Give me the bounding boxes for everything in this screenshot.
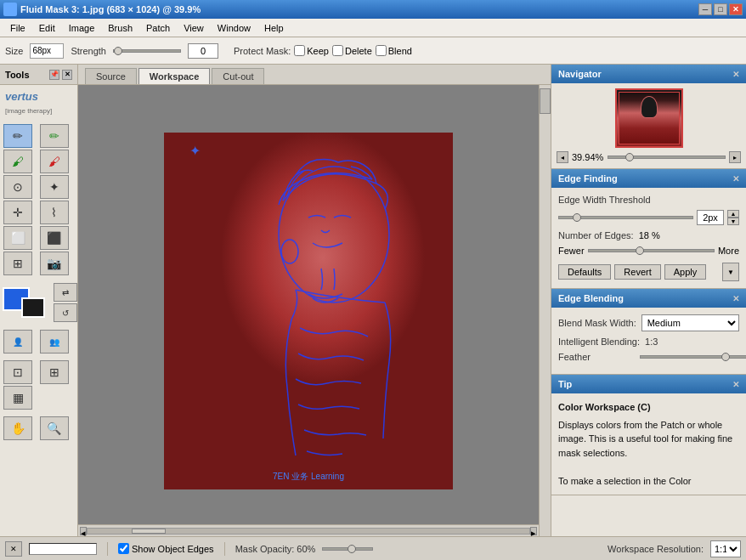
delete-checkbox[interactable] (332, 45, 343, 56)
portrait-tool-button[interactable]: 👤 (3, 330, 32, 354)
feather-slider[interactable] (640, 355, 746, 359)
blend-checkbox[interactable] (376, 45, 387, 56)
menu-image[interactable]: Image (62, 21, 102, 35)
reset-colors-button[interactable]: ↺ (54, 303, 77, 322)
size-input[interactable] (30, 43, 64, 59)
navigator-title: Navigator (558, 69, 602, 79)
show-object-edges-label: Show Object Edges (132, 544, 214, 554)
tip-close-button[interactable]: ✕ (732, 380, 739, 389)
workspace-resolution-select[interactable]: 1:1 1:2 1:4 (710, 540, 741, 557)
magic-wand-tool-button[interactable]: ✦ (40, 175, 69, 199)
threshold-down-button[interactable]: ▼ (727, 218, 739, 225)
tab-workspace[interactable]: Workspace (138, 68, 211, 84)
num-edges-row: Number of Edges: 18 % (558, 230, 739, 240)
red-brush-tool-button[interactable]: 🖌 (40, 150, 69, 173)
canvas-scroll-area[interactable]: 7EN 业务 Learning ✦ ◂ ▸ (78, 85, 551, 536)
menu-patch[interactable]: Patch (139, 21, 177, 35)
pencil-tool-button[interactable]: ✏ (3, 124, 32, 148)
zoom-out-button[interactable]: ◂ (557, 151, 568, 163)
horizontal-scrollbar[interactable]: ◂ ▸ (78, 524, 539, 536)
camera-tool-button[interactable]: 📷 (40, 252, 69, 275)
num-edges-label: Number of Edges: (558, 230, 634, 240)
swap-colors-button[interactable]: ⇄ (54, 283, 77, 302)
portrait-background: 7EN 业务 Learning ✦ (164, 133, 453, 489)
defaults-button[interactable]: Defaults (558, 264, 611, 280)
tools-close-button[interactable]: ✕ (62, 70, 72, 80)
tip-header: Tip ✕ (551, 375, 746, 393)
grid3-button[interactable]: ▦ (3, 386, 32, 410)
eyedropper-tool-button[interactable]: ⌇ (40, 201, 69, 224)
vertus-text: vertus (5, 90, 38, 103)
grid1-button[interactable]: ⊡ (3, 360, 32, 384)
threshold-slider[interactable] (558, 216, 693, 219)
close-button[interactable]: ✕ (729, 3, 743, 15)
zoom-tool-button[interactable]: 🔍 (40, 416, 69, 440)
workspace-resolution-label: Workspace Resolution: (608, 544, 704, 554)
apply-button[interactable]: Apply (664, 264, 707, 280)
strength-label: Strength (71, 46, 106, 56)
num-edges-value: 18 % (639, 230, 660, 240)
tools-panel: Tools 📌 ✕ vertus [image therapy] ✏ ✏ 🖌 🖌… (0, 65, 78, 536)
navigator-thumbnail[interactable] (615, 88, 683, 148)
strength-slider[interactable] (113, 49, 181, 53)
brush-tool-button[interactable]: ✏ (40, 124, 69, 148)
fewer-more-slider[interactable] (588, 249, 715, 252)
blend-mask-select[interactable]: Medium Narrow Wide Very Wide (641, 314, 739, 331)
edge-blending-close-button[interactable]: ✕ (732, 294, 739, 303)
tools-pin-button[interactable]: 📌 (49, 70, 59, 80)
canvas-area: Source Workspace Cut-out (78, 65, 551, 536)
lasso-tool-button[interactable]: ⊙ (3, 175, 32, 199)
move-tool-button[interactable]: ✛ (3, 201, 32, 224)
h-scroll-right[interactable]: ▸ (530, 527, 537, 535)
menu-window[interactable]: Window (211, 21, 257, 35)
canvas-overlay-text: 7EN 业务 Learning (273, 471, 344, 483)
grid2-button[interactable]: ⊞ (40, 360, 69, 384)
green-brush-tool-button[interactable]: 🖌 (3, 150, 32, 173)
svg-point-0 (279, 167, 389, 303)
vertus-logo: vertus [image therapy] (0, 85, 77, 121)
hand-tool-button[interactable]: ✋ (3, 416, 32, 440)
tip-section-title: Color Workspace (C) (558, 400, 739, 415)
intelligent-value: 1:3 (645, 337, 658, 347)
nav-zoom-value: 39.94% (572, 152, 604, 162)
nav-thumb-image (619, 92, 680, 144)
keep-checkbox[interactable] (294, 45, 305, 56)
navigator-header: Navigator ✕ (551, 65, 746, 83)
navigator-close-button[interactable]: ✕ (732, 70, 739, 79)
ef-dropdown-button[interactable]: ▼ (722, 263, 739, 281)
marquee-tool-button[interactable]: ⬜ (3, 226, 32, 250)
show-object-edges-checkbox[interactable] (118, 543, 129, 554)
strength-value: 0 (188, 43, 218, 59)
menu-brush[interactable]: Brush (101, 21, 139, 35)
menu-file[interactable]: File (3, 21, 32, 35)
mask-opacity-slider[interactable] (322, 547, 373, 551)
menu-help[interactable]: Help (257, 21, 291, 35)
vertical-scrollbar[interactable] (539, 85, 551, 536)
zoom-in-button[interactable]: ▸ (729, 151, 741, 163)
nav-zoom-slider[interactable] (608, 156, 726, 159)
menu-view[interactable]: View (177, 21, 211, 35)
status-clear-button[interactable]: ✕ (5, 541, 22, 557)
fill-tool-button[interactable]: ⬛ (40, 226, 69, 250)
tab-source[interactable]: Source (85, 68, 137, 84)
tool-buttons-grid: ✏ ✏ 🖌 🖌 ⊙ ✦ ✛ ⌇ ⬜ ⬛ ⊞ 📷 (0, 121, 77, 279)
tab-cutout[interactable]: Cut-out (212, 68, 264, 84)
threshold-up-button[interactable]: ▲ (727, 210, 739, 218)
minimize-button[interactable]: ─ (698, 3, 712, 15)
threshold-value: 2px (697, 210, 724, 225)
h-scroll-thumb[interactable] (132, 529, 166, 534)
nav-zoom-row: ◂ 39.94% ▸ (557, 151, 741, 163)
menu-edit[interactable]: Edit (32, 21, 62, 35)
background-color[interactable] (21, 297, 45, 318)
keep-label: Keep (307, 46, 329, 56)
fewer-label: Fewer (558, 246, 585, 256)
h-scroll-track[interactable] (87, 528, 530, 535)
clone-tool-button[interactable]: ⊞ (3, 252, 32, 275)
edge-blending-title: Edge Blending (558, 293, 624, 303)
maximize-button[interactable]: □ (714, 3, 727, 15)
revert-button[interactable]: Revert (614, 264, 660, 280)
h-scroll-left[interactable]: ◂ (80, 527, 87, 535)
edge-finding-close-button[interactable]: ✕ (732, 174, 739, 184)
v-scrollbar-thumb[interactable] (540, 88, 551, 114)
portrait2-tool-button[interactable]: 👥 (40, 330, 69, 354)
